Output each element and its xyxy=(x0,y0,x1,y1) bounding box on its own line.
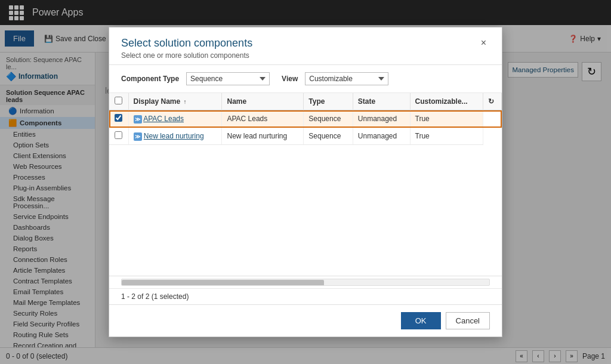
row-type: Sequence xyxy=(304,110,353,128)
col-check xyxy=(109,93,128,110)
row-display-name-link[interactable]: New lead nurturing xyxy=(144,132,204,140)
col-refresh[interactable]: ↻ xyxy=(483,93,501,110)
sort-asc-icon: ↑ xyxy=(184,98,187,105)
dialog-close-button[interactable]: × xyxy=(477,37,490,49)
modal-overlay: Select solution components Select one or… xyxy=(0,0,611,364)
dialog-subtitle: Select one or more solution components xyxy=(121,51,252,60)
cancel-button[interactable]: Cancel xyxy=(446,312,490,329)
dialog-scroll-area xyxy=(109,276,502,288)
row-customizable: True xyxy=(410,110,483,128)
dialog-header: Select solution components Select one or… xyxy=(109,27,502,65)
row-display-name: ≫ New lead nurturing xyxy=(128,128,222,145)
dialog-footer: OK Cancel xyxy=(109,304,502,337)
row-customizable: True xyxy=(410,128,483,145)
row-name: APAC Leads xyxy=(222,110,304,128)
sequence-icon: ≫ xyxy=(134,115,142,124)
row-display-name: ≫ APAC Leads xyxy=(128,110,222,128)
view-select[interactable]: Customizable xyxy=(305,72,388,85)
row-checkbox-cell xyxy=(109,110,128,128)
row-0-checkbox[interactable] xyxy=(115,114,122,122)
col-state: State xyxy=(353,93,410,110)
dialog-title: Select solution components xyxy=(121,37,252,50)
col-display-name[interactable]: Display Name ↑ xyxy=(128,93,222,110)
dialog-filters: Component Type Sequence View Customizabl… xyxy=(109,65,502,93)
horizontal-scrollbar[interactable] xyxy=(121,279,490,286)
scrollbar-thumb xyxy=(122,280,324,286)
component-type-select[interactable]: Sequence xyxy=(186,72,270,85)
component-type-label: Component Type xyxy=(121,75,179,83)
select-components-dialog: Select solution components Select one or… xyxy=(109,27,502,337)
ok-button[interactable]: OK xyxy=(401,312,441,329)
row-state: Unmanaged xyxy=(353,110,410,128)
select-all-checkbox[interactable] xyxy=(115,97,122,104)
dialog-table-wrap: Display Name ↑ Name Type State Customiza… xyxy=(109,93,502,276)
col-customizable: Customizable... xyxy=(410,93,483,110)
table-row[interactable]: ≫ APAC LeadsAPAC LeadsSequenceUnmanagedT… xyxy=(109,110,502,128)
row-name: New lead nurturing xyxy=(222,128,304,145)
row-display-name-link[interactable]: APAC Leads xyxy=(143,115,184,123)
dialog-status: 1 - 2 of 2 (1 selected) xyxy=(109,288,502,304)
components-table: Display Name ↑ Name Type State Customiza… xyxy=(109,93,502,145)
sequence-icon: ≫ xyxy=(134,132,142,141)
row-checkbox-cell xyxy=(109,128,128,145)
row-type: Sequence xyxy=(304,128,353,145)
col-name: Name xyxy=(222,93,304,110)
col-type: Type xyxy=(304,93,353,110)
table-row[interactable]: ≫ New lead nurturingNew lead nurturingSe… xyxy=(109,128,502,145)
row-state: Unmanaged xyxy=(353,128,410,145)
row-1-checkbox[interactable] xyxy=(115,131,122,139)
view-label: View xyxy=(282,75,298,83)
